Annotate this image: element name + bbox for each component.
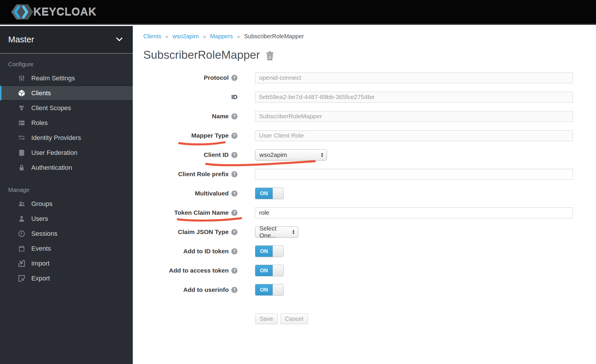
sidebar-item-users[interactable]: Users bbox=[0, 211, 133, 226]
realm-selector[interactable]: Master bbox=[0, 26, 133, 53]
field-label-id: ID bbox=[231, 93, 237, 100]
sidebar-item-client-scopes[interactable]: Client Scopes bbox=[0, 100, 133, 115]
chevron-down-icon bbox=[116, 36, 123, 44]
sidebar-item-roles[interactable]: Roles bbox=[0, 115, 133, 130]
client-id-select[interactable]: wso2apim▲▼ bbox=[255, 149, 327, 160]
claim-json-type-select[interactable]: Select One...▲▼ bbox=[255, 226, 298, 238]
sidebar-item-export[interactable]: Export bbox=[0, 271, 133, 286]
delete-mapper-button[interactable] bbox=[266, 51, 274, 60]
toggle-knob bbox=[273, 284, 283, 295]
sidebar-item-label: Import bbox=[31, 260, 49, 267]
toggle-knob bbox=[273, 188, 283, 199]
form-row-client-role-prefix: Client Role prefix? bbox=[143, 169, 596, 180]
lock-icon bbox=[17, 164, 26, 171]
nav-section-label-manage: Manage bbox=[8, 187, 133, 193]
form-row-multivalued: Multivalued?ON bbox=[143, 188, 596, 199]
form-row-protocol: Protocol?openid-connect bbox=[143, 72, 596, 83]
selected-value: wso2apim bbox=[259, 151, 287, 158]
sidebar-item-label: Authentication bbox=[31, 164, 72, 171]
field-label-add-to-id-token: Add to ID token bbox=[183, 248, 229, 255]
help-icon[interactable]: ? bbox=[231, 190, 237, 197]
exchange-arrows-icon bbox=[17, 134, 26, 142]
client-role-prefix-input[interactable] bbox=[255, 169, 573, 180]
field-label-add-to-userinfo: Add to userinfo bbox=[183, 286, 229, 293]
sidebar-item-clients[interactable]: Clients bbox=[0, 86, 133, 100]
sidebar-item-label: Client Scopes bbox=[31, 104, 71, 112]
field-label-token-claim-name: Token Claim Name bbox=[174, 209, 229, 216]
sidebar-item-label: Realm Settings bbox=[31, 74, 75, 82]
form-row-client-id: Client ID?wso2apim▲▼ bbox=[143, 149, 596, 160]
help-icon[interactable]: ? bbox=[231, 287, 237, 293]
token-claim-name-input[interactable]: role bbox=[255, 207, 573, 218]
form-row-name: Name?SubscriberRoleMapper bbox=[143, 111, 596, 122]
help-icon[interactable]: ? bbox=[231, 133, 237, 139]
sidebar-item-import[interactable]: Import bbox=[0, 256, 133, 271]
realm-name: Master bbox=[8, 35, 34, 44]
cubes-icon bbox=[17, 104, 26, 112]
sidebar: Master ConfigureRealm SettingsClientsCli… bbox=[0, 26, 133, 364]
name-input: SubscriberRoleMapper bbox=[255, 111, 573, 122]
form-row-mapper-type: Mapper Type?User Client Role bbox=[143, 130, 596, 141]
form-row-claim-json-type: Claim JSON Type?Select One...▲▼ bbox=[143, 226, 596, 238]
field-label-multivalued: Multivalued bbox=[195, 190, 229, 197]
add-to-access-token-toggle[interactable]: ON bbox=[255, 265, 284, 276]
help-icon[interactable]: ? bbox=[231, 248, 237, 254]
sidebar-item-label: User Federation bbox=[31, 149, 77, 157]
select-arrows-icon: ▲▼ bbox=[321, 152, 324, 157]
keycloak-logo: KEYCLOAK bbox=[10, 3, 97, 21]
toggle-on-label: ON bbox=[255, 246, 273, 257]
form-row-add-to-access-token: Add to access token?ON bbox=[143, 265, 596, 276]
help-icon[interactable]: ? bbox=[231, 268, 237, 274]
trash-icon bbox=[266, 51, 274, 60]
field-label-protocol: Protocol bbox=[204, 74, 229, 81]
sidebar-item-events[interactable]: Events bbox=[0, 241, 133, 256]
sidebar-item-authentication[interactable]: Authentication bbox=[0, 160, 133, 175]
user-icon bbox=[17, 215, 26, 223]
selected-value: Select One... bbox=[259, 225, 290, 239]
help-icon[interactable]: ? bbox=[231, 113, 237, 119]
protocol-input: openid-connect bbox=[255, 72, 573, 83]
clock-icon bbox=[17, 230, 26, 238]
toggle-on-label: ON bbox=[255, 284, 273, 295]
help-icon[interactable]: ? bbox=[231, 229, 237, 235]
sidebar-item-realm-settings[interactable]: Realm Settings bbox=[0, 71, 133, 86]
breadcrumb-separator: » bbox=[203, 33, 206, 40]
breadcrumb-current: SubscriberRoleMapper bbox=[244, 33, 304, 40]
breadcrumb-link-clients[interactable]: Clients bbox=[143, 33, 161, 40]
help-icon[interactable]: ? bbox=[231, 75, 237, 81]
help-icon[interactable]: ? bbox=[231, 152, 237, 158]
help-icon[interactable]: ? bbox=[231, 171, 237, 177]
page-title: SubscriberRoleMapper bbox=[143, 48, 260, 61]
sliders-icon bbox=[17, 74, 26, 82]
sidebar-item-identity-providers[interactable]: Identity Providers bbox=[0, 130, 133, 145]
cube-icon bbox=[17, 89, 26, 97]
multivalued-toggle[interactable]: ON bbox=[255, 188, 284, 199]
save-button[interactable]: Save bbox=[255, 313, 278, 324]
cancel-button[interactable]: Cancel bbox=[280, 313, 308, 324]
database-icon bbox=[17, 149, 26, 157]
nav-section-label-configure: Configure bbox=[8, 61, 133, 68]
field-label-client-role-prefix: Client Role prefix bbox=[178, 171, 229, 178]
sidebar-item-label: Sessions bbox=[31, 230, 57, 238]
calendar-icon bbox=[17, 245, 26, 252]
toggle-on-label: ON bbox=[255, 188, 273, 199]
form-row-id: ID5eb59ea2-be7d-4487-89bb-365fce2754be bbox=[143, 91, 596, 103]
form-row-token-claim-name: Token Claim Name?role bbox=[143, 207, 596, 218]
toggle-knob bbox=[273, 246, 283, 257]
breadcrumb-link-mappers[interactable]: Mappers bbox=[210, 33, 233, 40]
field-label-mapper-type: Mapper Type bbox=[191, 132, 229, 139]
form-row-add-to-id-token: Add to ID token?ON bbox=[143, 246, 596, 257]
sidebar-item-sessions[interactable]: Sessions bbox=[0, 226, 133, 241]
sidebar-item-groups[interactable]: Groups bbox=[0, 196, 133, 211]
field-label-claim-json-type: Claim JSON Type bbox=[178, 228, 229, 235]
id-input: 5eb59ea2-be7d-4487-89bb-365fce2754be bbox=[255, 92, 573, 103]
breadcrumb-link-wso2apim[interactable]: wso2apim bbox=[173, 33, 199, 40]
sidebar-item-label: Users bbox=[31, 215, 48, 223]
help-icon[interactable]: ? bbox=[231, 210, 237, 216]
sidebar-item-user-federation[interactable]: User Federation bbox=[0, 145, 133, 160]
add-to-userinfo-toggle[interactable]: ON bbox=[255, 284, 284, 296]
breadcrumb: Clients»wso2apim»Mappers»SubscriberRoleM… bbox=[143, 33, 596, 40]
list-icon bbox=[17, 119, 26, 127]
group-icon bbox=[17, 200, 26, 208]
add-to-id-token-toggle[interactable]: ON bbox=[255, 245, 284, 257]
